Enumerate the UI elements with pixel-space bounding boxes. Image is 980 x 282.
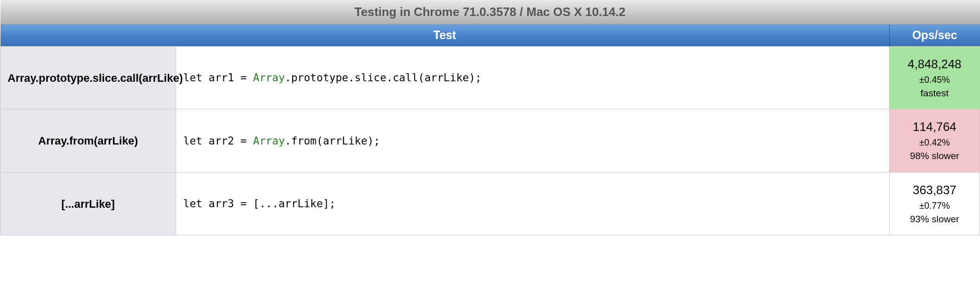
table-row: [...arrLike] let arr3 = [...arrLike]; 36… — [1, 172, 980, 235]
title-row: Testing in Chrome 71.0.3578 / Mac OS X 1… — [1, 0, 980, 25]
code-prefix: let arr3 = [...arrLike]; — [183, 198, 335, 210]
table-title: Testing in Chrome 71.0.3578 / Mac OS X 1… — [1, 0, 980, 25]
code-suffix: .from(arrLike); — [285, 135, 380, 147]
table-row: Array.prototype.slice.call(arrLike) let … — [1, 47, 980, 109]
code-ident: Array — [253, 135, 285, 147]
header-test: Test — [1, 25, 890, 47]
ops-value: 4,848,248 — [897, 56, 972, 73]
ops-cell: 4,848,248 ±0.45% fastest — [889, 47, 979, 109]
code-prefix: let arr1 = — [183, 72, 253, 84]
code-prefix: let arr2 = — [183, 135, 253, 147]
ops-note: 98% slower — [897, 149, 972, 163]
header-ops: Ops/sec — [889, 25, 979, 47]
ops-cell: 363,837 ±0.77% 93% slower — [889, 172, 979, 235]
test-code: let arr3 = [...arrLike]; — [176, 172, 890, 235]
test-code: let arr2 = Array.from(arrLike); — [176, 109, 890, 172]
benchmark-table: Testing in Chrome 71.0.3578 / Mac OS X 1… — [0, 0, 980, 235]
ops-margin: ±0.77% — [897, 199, 972, 212]
test-code: let arr1 = Array.prototype.slice.call(ar… — [176, 47, 890, 109]
test-name: Array.prototype.slice.call(arrLike) — [1, 47, 176, 109]
ops-cell: 114,764 ±0.42% 98% slower — [889, 109, 979, 172]
test-name: Array.from(arrLike) — [1, 109, 176, 172]
code-ident: Array — [253, 72, 285, 84]
test-name: [...arrLike] — [1, 172, 176, 235]
table-row: Array.from(arrLike) let arr2 = Array.fro… — [1, 109, 980, 172]
ops-note: 93% slower — [897, 212, 972, 226]
ops-value: 363,837 — [897, 182, 972, 199]
ops-note: fastest — [897, 86, 972, 100]
ops-value: 114,764 — [897, 118, 972, 136]
header-row: Test Ops/sec — [1, 25, 980, 47]
ops-margin: ±0.45% — [897, 73, 972, 86]
code-suffix: .prototype.slice.call(arrLike); — [285, 72, 481, 84]
ops-margin: ±0.42% — [897, 136, 972, 149]
